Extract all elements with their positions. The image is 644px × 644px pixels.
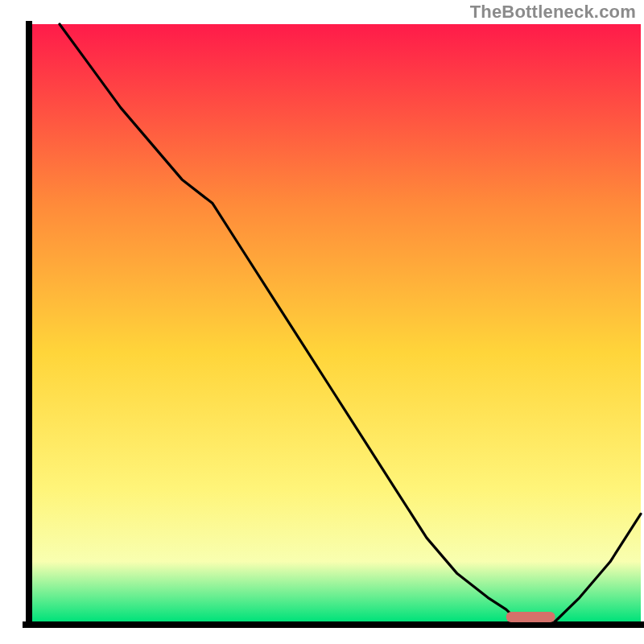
optimum-marker bbox=[506, 612, 555, 622]
chart-svg bbox=[0, 0, 644, 644]
watermark-text: TheBottleneck.com bbox=[470, 2, 636, 23]
plot-area bbox=[29, 24, 641, 621]
chart-root: TheBottleneck.com bbox=[0, 0, 644, 644]
